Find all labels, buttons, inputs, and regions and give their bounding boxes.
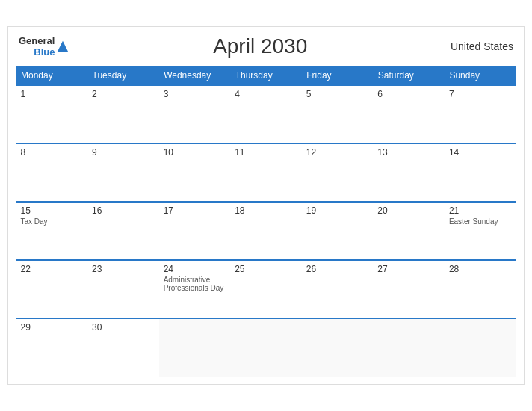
calendar-cell: 18 — [230, 202, 302, 260]
calendar-cell — [230, 318, 302, 377]
day-number: 2 — [92, 89, 155, 99]
calendar-cell: 2 — [87, 85, 159, 143]
day-number: 26 — [306, 264, 369, 274]
calendar-cell: 3 — [159, 85, 231, 143]
day-number: 20 — [377, 206, 440, 216]
day-number: 11 — [235, 147, 297, 158]
calendar-week-row: 1234567 — [16, 85, 516, 143]
calendar-cell — [302, 318, 374, 377]
calendar-cell: 27 — [373, 260, 445, 318]
day-number: 10 — [164, 147, 226, 158]
day-number: 29 — [21, 322, 84, 333]
day-number: 3 — [164, 89, 226, 99]
svg-marker-0 — [58, 41, 68, 52]
calendar-week-row: 222324Administrative Professionals Day25… — [16, 260, 516, 318]
day-number: 30 — [92, 322, 155, 333]
calendar-cell — [159, 318, 231, 377]
calendar-cell: 12 — [302, 143, 374, 202]
calendar-cell: 10 — [159, 143, 231, 202]
col-wednesday: Wednesday — [159, 67, 231, 86]
calendar-cell: 19 — [302, 202, 374, 260]
calendar-cell: 9 — [87, 143, 159, 202]
col-monday: Monday — [16, 67, 88, 86]
logo-general: General — [19, 35, 55, 46]
day-number: 4 — [235, 89, 297, 99]
day-number: 14 — [449, 147, 512, 158]
day-number: 24 — [164, 264, 226, 274]
calendar-cell — [445, 318, 516, 377]
day-number: 7 — [449, 89, 512, 99]
day-number: 23 — [92, 264, 155, 274]
day-number: 21 — [449, 206, 512, 216]
event-label: Easter Sunday — [449, 217, 512, 226]
col-thursday: Thursday — [230, 67, 302, 86]
event-label: Tax Day — [21, 217, 84, 226]
logo-blue: Blue — [34, 46, 55, 58]
calendar-cell: 8 — [16, 143, 88, 202]
day-number: 13 — [377, 147, 440, 158]
day-number: 17 — [164, 206, 226, 216]
calendar-body: 123456789101112131415Tax Day161718192021… — [16, 85, 516, 377]
calendar-cell: 26 — [302, 260, 374, 318]
calendar-container: General Blue April 2030 United States Mo… — [7, 26, 525, 385]
calendar-week-row: 891011121314 — [16, 143, 516, 202]
calendar-cell: 20 — [373, 202, 445, 260]
calendar-header: General Blue April 2030 United States — [16, 34, 516, 58]
calendar-grid: Monday Tuesday Wednesday Thursday Friday… — [16, 66, 516, 377]
calendar-cell: 30 — [87, 318, 159, 377]
calendar-title: April 2030 — [213, 34, 307, 58]
day-number: 27 — [377, 264, 440, 274]
day-number: 8 — [21, 147, 84, 158]
event-label: Administrative Professionals Day — [164, 276, 226, 292]
day-number: 25 — [235, 264, 297, 274]
calendar-cell — [373, 318, 445, 377]
day-number: 22 — [21, 264, 84, 274]
day-number: 9 — [92, 147, 155, 158]
calendar-cell: 28 — [445, 260, 516, 318]
calendar-cell: 22 — [16, 260, 88, 318]
calendar-cell: 25 — [230, 260, 302, 318]
logo-icon — [56, 40, 69, 53]
calendar-cell: 21Easter Sunday — [445, 202, 516, 260]
calendar-region: United States — [451, 40, 513, 52]
col-friday: Friday — [302, 67, 374, 86]
calendar-cell: 7 — [445, 85, 516, 143]
calendar-week-row: 2930 — [16, 318, 516, 377]
day-number: 6 — [377, 89, 440, 99]
col-sunday: Sunday — [445, 67, 516, 86]
calendar-cell: 17 — [159, 202, 231, 260]
calendar-cell: 5 — [302, 85, 374, 143]
calendar-cell: 24Administrative Professionals Day — [159, 260, 231, 318]
day-number: 5 — [306, 89, 369, 99]
day-number: 1 — [21, 89, 84, 99]
weekday-header-row: Monday Tuesday Wednesday Thursday Friday… — [16, 67, 516, 86]
calendar-cell: 29 — [16, 318, 88, 377]
day-number: 28 — [449, 264, 512, 274]
calendar-cell: 13 — [373, 143, 445, 202]
logo: General Blue — [19, 35, 69, 58]
calendar-week-row: 15Tax Day161718192021Easter Sunday — [16, 202, 516, 260]
col-saturday: Saturday — [373, 67, 445, 86]
day-number: 12 — [306, 147, 369, 158]
calendar-cell: 1 — [16, 85, 88, 143]
calendar-cell: 4 — [230, 85, 302, 143]
col-tuesday: Tuesday — [87, 67, 159, 86]
calendar-cell: 11 — [230, 143, 302, 202]
day-number: 15 — [21, 206, 84, 216]
calendar-cell: 6 — [373, 85, 445, 143]
day-number: 18 — [235, 206, 297, 216]
calendar-cell: 14 — [445, 143, 516, 202]
calendar-cell: 16 — [87, 202, 159, 260]
calendar-cell: 23 — [87, 260, 159, 318]
calendar-cell: 15Tax Day — [16, 202, 88, 260]
day-number: 19 — [306, 206, 369, 216]
day-number: 16 — [92, 206, 155, 216]
